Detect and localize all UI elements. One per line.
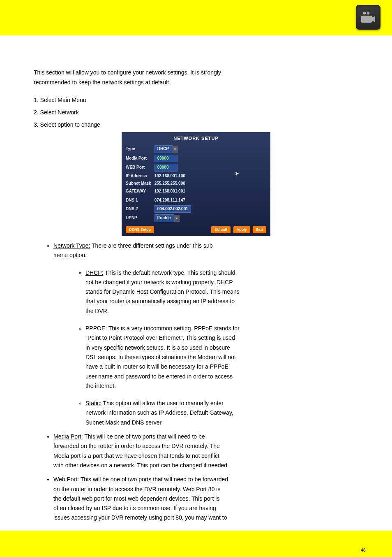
row-dns2-label: DNS 2: [126, 204, 154, 214]
text: This will be one of two ports that will …: [79, 476, 228, 483]
text: forwarded on the router in order to acce…: [53, 442, 358, 450]
text: Media port is a port that we have chosen…: [53, 452, 358, 460]
term-static: Static:: [85, 400, 101, 406]
embedded-screenshot-wrap: NETWORK SETUP ➤ Type DHCP Media Port 090…: [34, 132, 358, 235]
text: Subnet Mask and DNS server.: [85, 418, 358, 427]
chevron-down-icon[interactable]: [172, 146, 178, 153]
intro-paragraph: This section will allow you to configure…: [34, 68, 358, 87]
text: the internet.: [85, 382, 358, 390]
dns2-field[interactable]: 004.002.002.001: [154, 205, 191, 213]
row-dns1-label: DNS 1: [126, 197, 154, 204]
svg-rect-2: [361, 16, 372, 23]
text: This is the default network type. This s…: [104, 269, 235, 276]
web-port-field[interactable]: 00080: [154, 164, 178, 172]
text: in very specific network setups. It is a…: [85, 343, 358, 352]
network-setup-screenshot: NETWORK SETUP ➤ Type DHCP Media Port 090…: [122, 132, 270, 235]
term-pppoe: PPPOE:: [85, 325, 107, 332]
text: the default web port for most web depend…: [53, 494, 358, 503]
text: issues accessing your DVR remotely using…: [53, 513, 358, 522]
footer-bar: 48: [0, 531, 392, 557]
text: stands for Dynamic Host Configuration Pr…: [85, 288, 358, 296]
text: There are three different settings under…: [90, 242, 212, 249]
text: on the router in order to access the DVR…: [53, 485, 358, 493]
upnp-select[interactable]: Enable: [154, 214, 175, 222]
page-number: 48: [361, 547, 366, 554]
row-ip-label: IP Address: [126, 172, 154, 180]
intro-line-2: recommended to keep the network settings…: [34, 78, 358, 86]
text: menu option.: [53, 251, 358, 259]
steps-list: 1. Select Main Menu 2. Select Network 3.…: [34, 96, 358, 129]
text: with other devices on a network. This po…: [53, 461, 358, 469]
text: This is a very uncommon setting. PPPoE s…: [107, 325, 240, 332]
gateway-value: 192.168.001.001: [154, 189, 185, 193]
chevron-down-icon[interactable]: [174, 215, 180, 222]
text: often closed by an ISP due to its common…: [53, 504, 358, 512]
ip-address-value: 192.168.001.100: [154, 174, 185, 178]
subnet-mask-value: 255.255.255.000: [154, 181, 185, 186]
step-3: 3. Select option to change: [34, 121, 358, 129]
text: the DVR.: [85, 307, 358, 315]
header-bar: [0, 0, 392, 35]
camera-icon: [356, 5, 380, 30]
type-select-value: DHCP: [157, 146, 169, 151]
bullet-media-port: Media Port: This will be one of two port…: [53, 432, 358, 469]
step-2: 2. Select Network: [34, 108, 358, 116]
svg-point-0: [363, 12, 366, 15]
cursor-icon: ➤: [235, 170, 239, 178]
row-media-label: Media Port: [126, 154, 154, 163]
step-1: 1. Select Main Menu: [34, 96, 358, 104]
bullet-list: Network Type: There are three different …: [53, 241, 358, 522]
text: This option will allow the user to manua…: [101, 400, 224, 406]
default-button[interactable]: Default: [211, 226, 231, 233]
page-content: This section will allow you to configure…: [0, 35, 392, 522]
ddns-setup-button[interactable]: DDNS Setup: [126, 226, 154, 233]
term-network-type: Network Type:: [53, 242, 90, 249]
bullet-web-port: Web Port: This will be one of two ports …: [53, 475, 358, 522]
apply-button[interactable]: Apply: [233, 226, 250, 233]
bullet-network-type: Network Type: There are three different …: [53, 241, 358, 427]
term-media-port: Media Port:: [53, 433, 83, 440]
sub-bullet-dhcp: DHCP: This is the default network type. …: [85, 269, 358, 315]
text: network information such as IP Address, …: [85, 408, 358, 417]
text: have a built in router so it will be nec…: [85, 362, 358, 371]
dns1-value: 074.208.111.147: [154, 198, 185, 202]
type-select[interactable]: DHCP: [154, 145, 173, 153]
sub-bullet-static: Static: This option will allow the user …: [85, 399, 358, 427]
text: that your router is automatically assign…: [85, 297, 358, 305]
text: This will be one of two ports that will …: [83, 433, 205, 440]
text: "Point to Point Protocol over Ethernet".…: [85, 334, 358, 342]
row-subnet-label: Subnet Mask: [126, 180, 154, 188]
text: not be changed if your network is workin…: [85, 278, 358, 286]
intro-line-1: This section will allow you to configure…: [34, 68, 358, 77]
exit-button[interactable]: Exit: [253, 226, 266, 233]
row-web-label: WEB Port: [126, 163, 154, 172]
row-upnp-label: UPNP: [126, 214, 154, 223]
screenshot-title: NETWORK SETUP: [126, 135, 266, 142]
svg-point-1: [367, 12, 370, 15]
media-port-field[interactable]: 09000: [154, 155, 178, 162]
text: user name and password to be entered in …: [85, 372, 358, 381]
upnp-select-value: Enable: [157, 216, 171, 220]
term-web-port: Web Port:: [53, 476, 79, 483]
sub-bullet-pppoe: PPPOE: This is a very uncommon setting. …: [85, 324, 358, 390]
sub-bullet-list: DHCP: This is the default network type. …: [85, 269, 358, 427]
text: DSL setups. In these types of situations…: [85, 353, 358, 361]
term-dhcp: DHCP:: [85, 269, 104, 276]
row-type-label: Type: [126, 144, 154, 154]
row-gateway-label: GATEWAY: [126, 188, 154, 195]
